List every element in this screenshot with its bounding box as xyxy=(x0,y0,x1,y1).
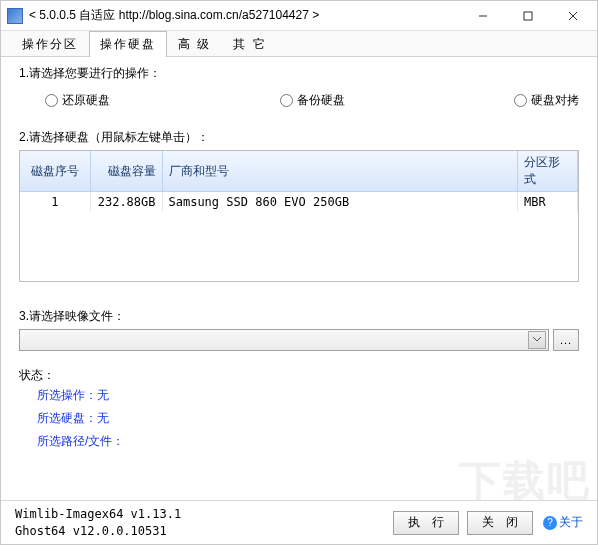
window-title: < 5.0.0.5 自适应 http://blog.sina.com.cn/a5… xyxy=(29,7,460,24)
col-disk-capacity[interactable]: 磁盘容量 xyxy=(90,151,162,192)
execute-button[interactable]: 执 行 xyxy=(393,511,459,535)
app-icon xyxy=(7,8,23,24)
close-app-button[interactable]: 关 闭 xyxy=(467,511,533,535)
section2-label: 2.请选择硬盘（用鼠标左键单击）： xyxy=(19,129,579,146)
section1-label: 1.请选择您要进行的操作： xyxy=(19,65,579,82)
section3-label: 3.请选择映像文件： xyxy=(19,308,579,325)
browse-button[interactable]: ... xyxy=(553,329,579,351)
col-vendor-model[interactable]: 厂商和型号 xyxy=(162,151,518,192)
about-link[interactable]: ? 关于 xyxy=(543,514,583,531)
tab-advanced[interactable]: 高 级 xyxy=(167,31,222,57)
col-partition-format[interactable]: 分区形式 xyxy=(518,151,578,192)
status-box: 状态： 所选操作：无 所选硬盘：无 所选路径/文件： xyxy=(19,365,579,452)
radio-copy[interactable]: 硬盘对拷 xyxy=(514,92,579,109)
tabstrip: 操作分区 操作硬盘 高 级 其 它 xyxy=(1,31,597,57)
footer: Wimlib-Imagex64 v1.13.1 Ghost64 v12.0.0.… xyxy=(1,500,597,544)
cell-cap: 232.88GB xyxy=(90,192,162,213)
disk-table-frame: 磁盘序号 磁盘容量 厂商和型号 分区形式 1 232.88GB Samsung … xyxy=(19,150,579,282)
cell-fmt: MBR xyxy=(518,192,578,213)
minimize-button[interactable] xyxy=(460,2,505,30)
close-button[interactable] xyxy=(550,2,595,30)
radio-restore-input[interactable] xyxy=(45,94,58,107)
status-title: 状态： xyxy=(19,367,579,384)
version-wimlib: Wimlib-Imagex64 v1.13.1 xyxy=(15,506,385,523)
svg-rect-1 xyxy=(524,12,532,20)
table-row[interactable]: 1 232.88GB Samsung SSD 860 EVO 250GB MBR xyxy=(20,192,578,213)
radio-copy-label: 硬盘对拷 xyxy=(531,92,579,109)
titlebar: < 5.0.0.5 自适应 http://blog.sina.com.cn/a5… xyxy=(1,1,597,31)
maximize-button[interactable] xyxy=(505,2,550,30)
watermark-main: 下载吧 xyxy=(459,457,591,504)
version-ghost: Ghost64 v12.0.0.10531 xyxy=(15,523,385,540)
image-file-combo[interactable] xyxy=(19,329,549,351)
radio-backup-input[interactable] xyxy=(280,94,293,107)
operation-radios: 还原硬盘 备份硬盘 硬盘对拷 xyxy=(19,86,579,119)
radio-restore[interactable]: 还原硬盘 xyxy=(45,92,280,109)
cell-vendor: Samsung SSD 860 EVO 250GB xyxy=(162,192,518,213)
tab-disk[interactable]: 操作硬盘 xyxy=(89,31,167,57)
radio-backup-label: 备份硬盘 xyxy=(297,92,345,109)
status-disk: 所选硬盘：无 xyxy=(19,407,579,430)
version-info: Wimlib-Imagex64 v1.13.1 Ghost64 v12.0.0.… xyxy=(15,506,385,540)
col-disk-number[interactable]: 磁盘序号 xyxy=(20,151,90,192)
help-icon: ? xyxy=(543,516,557,530)
chevron-down-icon[interactable] xyxy=(528,331,546,349)
status-operation: 所选操作：无 xyxy=(19,384,579,407)
status-path: 所选路径/文件： xyxy=(19,430,579,453)
radio-backup[interactable]: 备份硬盘 xyxy=(280,92,515,109)
radio-restore-label: 还原硬盘 xyxy=(62,92,110,109)
disk-table[interactable]: 磁盘序号 磁盘容量 厂商和型号 分区形式 1 232.88GB Samsung … xyxy=(20,151,578,212)
radio-copy-input[interactable] xyxy=(514,94,527,107)
cell-num: 1 xyxy=(20,192,90,213)
tab-other[interactable]: 其 它 xyxy=(222,31,277,57)
about-label: 关于 xyxy=(559,514,583,531)
tab-partition[interactable]: 操作分区 xyxy=(11,31,89,57)
